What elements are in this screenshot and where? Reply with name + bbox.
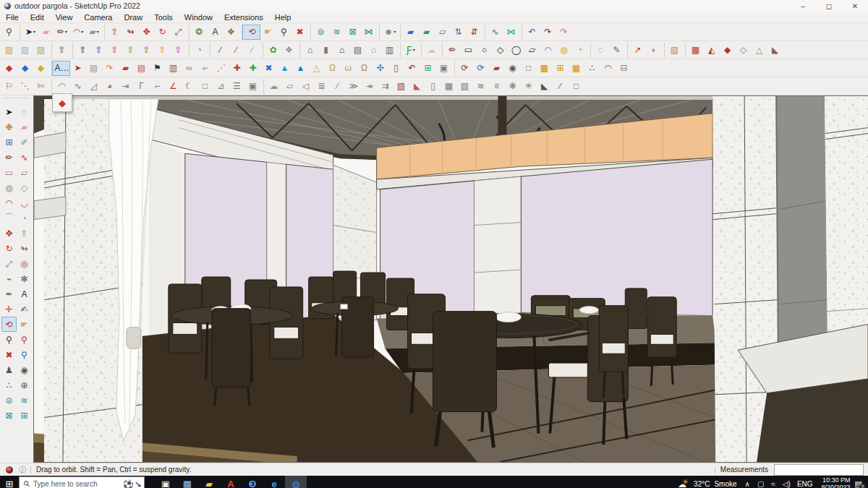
green-grid-icon[interactable]: ⊞ [420, 61, 436, 76]
corner-1-icon[interactable]: Γ [134, 79, 150, 94]
follow-me-tool-icon[interactable]: ↬ [17, 241, 32, 256]
offset-tool-icon[interactable]: ◎ [17, 256, 32, 271]
zoom-tool-icon[interactable]: ⚲ [276, 25, 292, 40]
3d-text-tool-icon[interactable]: ❖ [224, 25, 239, 40]
component-blue-icon[interactable]: ◆ [17, 61, 33, 76]
add-detail-icon[interactable]: △ [752, 43, 767, 58]
orbit-tool-icon[interactable]: ⟲ [242, 25, 260, 40]
sail-icon[interactable]: ⊿ [213, 79, 229, 94]
scale-tool-icon[interactable]: ⤢ [171, 25, 187, 40]
export-model-icon[interactable]: ⇧ [51, 43, 70, 58]
flip-icon[interactable]: ↷ [556, 25, 572, 40]
file-explorer-app[interactable]: ▰ [198, 476, 220, 488]
menu-item[interactable]: Window [179, 13, 218, 22]
corner-2-icon[interactable]: ⌐ [150, 79, 166, 94]
text-tool-icon[interactable]: A [17, 286, 32, 301]
select-tool-icon[interactable]: ➤▾ [20, 25, 38, 40]
sketchup-app[interactable]: ◍ [285, 476, 307, 488]
section-curve-icon[interactable]: ◔ [189, 43, 208, 58]
chevron-up-icon[interactable]: ∧ [745, 480, 750, 488]
text-tool-icon[interactable]: A [208, 25, 224, 40]
from-scratch-icon[interactable]: ▦ [685, 43, 704, 58]
grid-orange-3-icon[interactable]: ▦ [569, 61, 584, 76]
arc-tool-icon[interactable]: ◠ [1, 195, 17, 210]
rotate-tool-icon[interactable]: ↻ [1, 241, 17, 256]
top-view-icon[interactable]: ▧ [17, 43, 33, 58]
freehand-2-icon[interactable]: ✎ [609, 43, 625, 58]
section-fill-icon[interactable]: ⋈ [361, 25, 377, 40]
arc-blue-icon[interactable]: ◠ [540, 43, 556, 58]
fox-icon[interactable]: ✄ [33, 79, 49, 94]
component-star-icon[interactable]: ❖ [281, 43, 297, 58]
dark-slope-icon[interactable]: ◣ [537, 79, 553, 94]
arrows-3-icon[interactable]: ⇉ [378, 79, 393, 94]
mesh-icon[interactable]: ▣ [245, 79, 261, 94]
swap-faces-icon[interactable]: ⇅ [451, 25, 467, 40]
pan-tool-icon[interactable]: ☛ [17, 317, 32, 332]
section-fill-icon[interactable]: ⊠ [1, 408, 17, 423]
app-3ds[interactable]: ❸ [242, 476, 263, 488]
hatch-icon[interactable]: ▨ [457, 79, 473, 94]
freehand-tool-icon[interactable]: ∿ [17, 150, 32, 165]
binoculars-icon[interactable]: ◉ [505, 61, 521, 76]
info-icon[interactable]: ⓘ [19, 465, 26, 475]
section-display-icon[interactable]: ≋ [17, 393, 32, 408]
round-mesh-2-icon[interactable]: ✳ [521, 79, 537, 94]
weather-temperature[interactable]: 32°C [694, 480, 710, 488]
wall-icon[interactable]: ≋ [473, 79, 489, 94]
circle-tool-icon[interactable]: ◍ [1, 180, 17, 195]
slope-red-icon[interactable]: ◣ [409, 79, 425, 94]
select-tool-icon[interactable]: ➤ [1, 104, 17, 119]
look-around-icon[interactable]: ◉ [17, 362, 32, 377]
push-pull-tool-icon[interactable]: ⇧ [17, 226, 32, 241]
arrows-1-icon[interactable]: ≫ [346, 79, 362, 94]
pan-tool-icon[interactable]: ☛ [260, 25, 276, 40]
drape-icon[interactable]: ◇ [736, 43, 752, 58]
droplet-2-icon[interactable]: ▲ [293, 61, 309, 76]
move-tool-icon[interactable]: ✥ [139, 25, 155, 40]
paint-bucket-tool-icon[interactable]: ❂ [189, 25, 208, 40]
blob-icon[interactable]: ☁ [263, 79, 282, 94]
face-style-outline-icon[interactable]: ▱ [435, 25, 451, 40]
from-contours-icon[interactable]: ▨ [664, 43, 683, 58]
axis-tool-f-icon[interactable]: ⇧ [171, 43, 187, 58]
path-dots-icon[interactable]: ⋰ [213, 61, 229, 76]
qr-grid-icon[interactable]: ⊟ [616, 61, 632, 76]
geolocation-icon[interactable] [6, 466, 13, 474]
droplet-1-icon[interactable]: ▲ [277, 61, 293, 76]
face-style-blue-icon[interactable]: ▰ [400, 25, 419, 40]
menu-item[interactable]: Help [269, 13, 297, 22]
close-button[interactable]: ✕ [842, 2, 868, 10]
triangle-tan-icon[interactable]: △ [309, 61, 325, 76]
rotate-tool-icon[interactable]: ↻ [155, 25, 171, 40]
menu-item[interactable]: Camera [78, 13, 118, 22]
weather-description[interactable]: Smoke [714, 480, 736, 488]
start-button[interactable]: ⊞ [0, 479, 19, 488]
layers-icon[interactable]: ≣ [314, 79, 330, 94]
walk-tool-icon[interactable]: ∴ [1, 377, 17, 393]
house-outline-icon[interactable]: ⌂ [366, 43, 382, 58]
stamp-icon[interactable]: ◆ [720, 43, 736, 58]
notification-center-icon[interactable]: ▤ 7 [855, 479, 862, 488]
pie-tool-icon[interactable]: ◔ [17, 210, 32, 226]
shell-icon[interactable]: ◠ [51, 79, 70, 94]
edge-style-2-icon[interactable]: ∕ [229, 43, 244, 58]
rectangle-tool-icon[interactable]: ▰▾ [86, 25, 102, 40]
search-highlight-art[interactable]: ⚽ ➘ [123, 479, 144, 488]
three-point-arc-icon[interactable]: ⌒ [1, 210, 17, 226]
menu-item[interactable]: Draw [118, 13, 148, 22]
bars-icon[interactable]: ☰ [229, 79, 245, 94]
snowflake-icon[interactable]: ✣ [373, 61, 388, 76]
polygon-2-icon[interactable]: ◇ [493, 43, 509, 58]
material-boxes-icon[interactable]: ▥ [166, 61, 182, 76]
two-point-arc-icon[interactable]: ◡ [17, 195, 32, 210]
panel-icon[interactable]: ▦ [441, 79, 457, 94]
speaker-icon[interactable]: ◁) [783, 480, 791, 488]
plus-green-icon[interactable]: ✚ [245, 61, 261, 76]
protractor-pink-icon[interactable]: ◗ [646, 43, 662, 58]
push-pull-tool-icon[interactable]: ⇧ [104, 25, 123, 40]
line-tool-icon[interactable]: ✏ [1, 150, 17, 165]
section-plane-icon[interactable]: ⊜ [1, 393, 17, 408]
pipe-icon[interactable]: ∿ [70, 79, 86, 94]
tape-measure-icon[interactable]: ⌁ [1, 271, 17, 286]
